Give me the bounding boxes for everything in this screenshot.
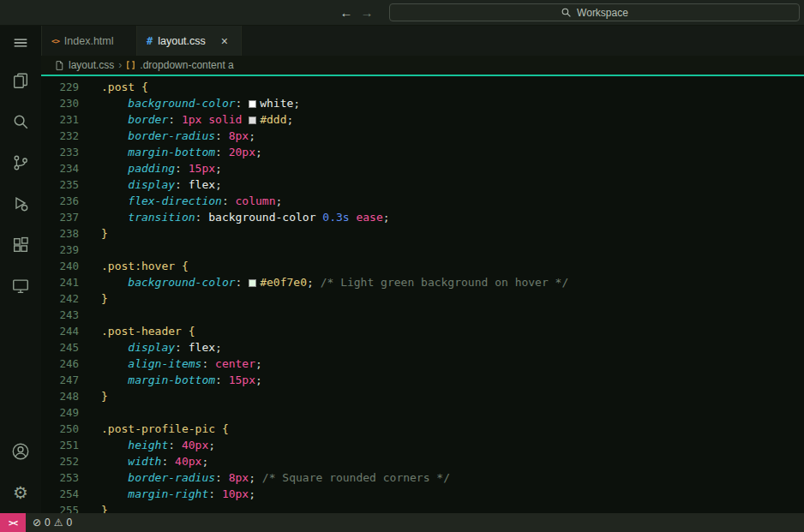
- code-line[interactable]: 252 width: 40px;: [41, 453, 804, 469]
- code-line[interactable]: 235 display: flex;: [41, 176, 804, 193]
- code-line[interactable]: 246 align-items: center;: [41, 356, 804, 372]
- code-token: flex-direction: [128, 194, 222, 207]
- source-control-icon[interactable]: [0, 142, 41, 183]
- code-token: margin-bottom: [128, 146, 215, 158]
- code-text: .post {: [101, 79, 148, 95]
- code-line[interactable]: 255}: [41, 502, 804, 513]
- breadcrumb-symbol[interactable]: .dropdown-content a: [140, 59, 233, 71]
- extensions-icon[interactable]: [0, 224, 41, 266]
- code-line[interactable]: 236 flex-direction: column;: [41, 193, 804, 209]
- status-bar: >< ⊘ 0 ⚠ 0: [0, 513, 804, 532]
- code-token: [101, 471, 128, 484]
- code-token: [101, 162, 128, 175]
- tab-layout-css[interactable]: # layout.css ×: [137, 26, 242, 56]
- code-text: width: 40px;: [101, 453, 208, 469]
- line-number: 230: [41, 95, 79, 111]
- explorer-icon[interactable]: [0, 60, 41, 101]
- code-line[interactable]: 254 margin-right: 10px;: [41, 486, 804, 502]
- code-token: #e0f7e0: [260, 276, 307, 289]
- html-file-icon: <>: [51, 37, 59, 45]
- code-line[interactable]: 242}: [41, 290, 804, 307]
- editor-lines: 229.post {230 background-color: white;23…: [41, 79, 804, 513]
- account-icon[interactable]: [0, 431, 41, 472]
- line-number: 250: [41, 421, 79, 437]
- code-line[interactable]: 230 background-color: white;: [41, 95, 804, 111]
- code-token: display: [128, 341, 175, 354]
- menu-icon[interactable]: [0, 26, 41, 60]
- line-number: 232: [41, 128, 79, 144]
- code-line[interactable]: 251 height: 40px;: [41, 437, 804, 453]
- main-area: ⚙ <> Index.html # layout.css ×: [0, 26, 804, 513]
- activity-bar-bottom: ⚙: [0, 431, 41, 513]
- error-icon: ⊘: [33, 517, 41, 529]
- breadcrumb-file[interactable]: layout.css: [69, 59, 114, 71]
- color-swatch[interactable]: [249, 100, 256, 108]
- code-line[interactable]: 229.post {: [41, 79, 804, 95]
- color-swatch[interactable]: [249, 279, 256, 287]
- search-sidebar-icon[interactable]: [0, 101, 41, 142]
- code-line[interactable]: 238}: [41, 225, 804, 242]
- close-tab-icon[interactable]: ×: [218, 34, 231, 48]
- code-line[interactable]: 234 padding: 15px;: [41, 160, 804, 176]
- code-line[interactable]: 239: [41, 242, 804, 258]
- line-number: 252: [41, 453, 79, 469]
- code-editor[interactable]: 229.post {230 background-color: white;23…: [41, 76, 804, 513]
- code-token: ;: [201, 455, 208, 468]
- workspace-search-box[interactable]: Workspace: [389, 3, 800, 21]
- run-debug-icon[interactable]: [0, 183, 41, 224]
- code-token: background-color: [208, 211, 322, 224]
- code-text: }: [101, 225, 108, 242]
- settings-icon[interactable]: ⚙: [0, 472, 41, 513]
- code-line[interactable]: 233 margin-bottom: 20px;: [41, 144, 804, 160]
- line-number: 249: [41, 404, 79, 421]
- code-token: 40px: [182, 439, 208, 451]
- title-bar: ← → Workspace: [0, 0, 804, 26]
- code-text: border-radius: 8px;: [101, 128, 255, 144]
- tab-bar: <> Index.html # layout.css ×: [41, 26, 804, 56]
- code-line[interactable]: 232 border-radius: 8px;: [41, 128, 804, 144]
- line-number: 235: [41, 176, 79, 193]
- code-token: background-color: [128, 97, 235, 110]
- code-token: ;: [293, 97, 300, 110]
- line-number: 244: [41, 323, 79, 339]
- code-line[interactable]: 244.post-header {: [41, 323, 804, 339]
- code-line[interactable]: 243: [41, 307, 804, 323]
- code-line[interactable]: 240.post:hover {: [41, 258, 804, 274]
- problems-status[interactable]: ⊘ 0 ⚠ 0: [26, 513, 79, 532]
- code-token: :: [208, 487, 222, 500]
- code-line[interactable]: 237 transition: background-color 0.3s ea…: [41, 209, 804, 225]
- code-token: {: [182, 260, 189, 272]
- code-line[interactable]: 250.post-profile-pic {: [41, 421, 804, 437]
- code-text: margin-bottom: 15px;: [101, 372, 262, 388]
- code-line[interactable]: 245 display: flex;: [41, 339, 804, 356]
- code-token: transition: [128, 211, 195, 224]
- code-line[interactable]: 231 border: 1px solid #ddd;: [41, 111, 804, 128]
- code-token: :: [161, 455, 175, 468]
- code-line[interactable]: 241 background-color: #e0f7e0; /* Light …: [41, 274, 804, 290]
- code-line[interactable]: 248}: [41, 388, 804, 404]
- remote-indicator[interactable]: ><: [0, 513, 26, 532]
- code-token: 40px: [175, 455, 201, 468]
- code-text: padding: 15px;: [101, 160, 222, 176]
- code-token: ;: [287, 113, 294, 126]
- code-token: [101, 276, 128, 289]
- error-count: 0: [45, 517, 51, 529]
- code-line[interactable]: 249: [41, 404, 804, 421]
- code-token: [101, 97, 128, 110]
- code-token: [101, 487, 128, 500]
- css-file-icon: #: [147, 35, 153, 47]
- tab-index-html[interactable]: <> Index.html: [41, 26, 137, 56]
- code-line[interactable]: 247 margin-bottom: 15px;: [41, 372, 804, 388]
- line-number: 251: [41, 437, 79, 453]
- remote-explorer-icon[interactable]: [0, 266, 41, 307]
- line-number: 243: [41, 307, 79, 323]
- line-number: 240: [41, 258, 79, 274]
- code-token: 0.3s: [322, 211, 349, 224]
- forward-icon[interactable]: →: [357, 3, 377, 22]
- back-icon[interactable]: ←: [336, 3, 357, 22]
- code-token: flex: [189, 178, 215, 191]
- color-swatch[interactable]: [249, 117, 256, 124]
- code-line[interactable]: 253 border-radius: 8px; /* Square rounde…: [41, 469, 804, 486]
- code-token: ;: [307, 276, 321, 289]
- line-number: 253: [41, 469, 79, 486]
